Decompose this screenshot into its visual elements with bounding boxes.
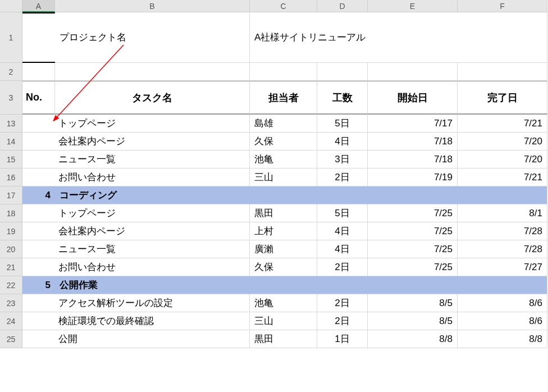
cell-end[interactable]: 7/21 — [458, 168, 547, 186]
cell-assignee[interactable]: 三山 — [250, 312, 317, 330]
cell-start[interactable]: 8/5 — [368, 294, 458, 312]
cell-A1[interactable] — [22, 12, 55, 63]
cell-effort[interactable]: 2日 — [317, 312, 368, 330]
cell-start[interactable]: 7/17 — [368, 115, 458, 133]
cell-start[interactable]: 7/25 — [368, 204, 458, 222]
cell-end[interactable]: 8/1 — [458, 204, 547, 222]
cell-start[interactable]: 7/25 — [368, 222, 458, 240]
cell-end[interactable]: 8/6 — [458, 312, 547, 330]
col-header-B[interactable]: B — [55, 0, 250, 12]
cell-task[interactable]: 公開 — [55, 330, 250, 348]
cell-assignee[interactable]: 池亀 — [250, 151, 317, 168]
cell-no[interactable] — [22, 312, 55, 330]
cell-effort[interactable]: 2日 — [317, 258, 368, 276]
cell-assignee[interactable]: 黒田 — [250, 330, 317, 348]
cell-no[interactable] — [22, 258, 55, 276]
section-no: 5 — [22, 276, 55, 294]
cell-task[interactable]: お問い合わせ — [55, 258, 250, 276]
row-header[interactable]: 15 — [0, 151, 22, 168]
cell-effort[interactable]: 3日 — [317, 151, 368, 168]
cell-task[interactable]: トップページ — [55, 115, 250, 133]
header-assignee: 担当者 — [250, 81, 317, 115]
cell-effort[interactable]: 1日 — [317, 330, 368, 348]
cell-assignee[interactable]: 上村 — [250, 222, 317, 240]
cell-start[interactable]: 7/18 — [368, 151, 458, 168]
row-header[interactable]: 25 — [0, 330, 22, 348]
cell-end[interactable]: 7/28 — [458, 240, 547, 258]
cell-assignee[interactable]: 久保 — [250, 258, 317, 276]
cell-end[interactable]: 7/28 — [458, 222, 547, 240]
cell-task[interactable]: ニュース一覧 — [55, 151, 250, 168]
row-header[interactable]: 2 — [0, 63, 22, 81]
cell-start[interactable]: 7/25 — [368, 240, 458, 258]
project-label: プロジェクト名 — [55, 12, 250, 63]
cell-effort[interactable]: 4日 — [317, 133, 368, 151]
cell-no[interactable] — [22, 115, 55, 133]
cell-effort[interactable]: 4日 — [317, 240, 368, 258]
cell-assignee[interactable]: 久保 — [250, 133, 317, 151]
cell-assignee[interactable]: 三山 — [250, 168, 317, 186]
row-header[interactable]: 24 — [0, 312, 22, 330]
row-header[interactable]: 22 — [0, 276, 22, 294]
row-header[interactable]: 17 — [0, 186, 22, 204]
col-header-A[interactable]: A — [22, 0, 55, 12]
cell-start[interactable]: 8/8 — [368, 330, 458, 348]
cell-task[interactable]: ニュース一覧 — [55, 240, 250, 258]
cell-end[interactable]: 8/6 — [458, 294, 547, 312]
cell-no[interactable] — [22, 151, 55, 168]
row-header[interactable]: 21 — [0, 258, 22, 276]
cell-gap[interactable] — [368, 63, 458, 81]
cell-task[interactable]: アクセス解析ツールの設定 — [55, 294, 250, 312]
cell-start[interactable]: 7/18 — [368, 133, 458, 151]
cell-task[interactable]: トップページ — [55, 204, 250, 222]
cell-no[interactable] — [22, 168, 55, 186]
cell-end[interactable]: 7/20 — [458, 151, 547, 168]
cell-no[interactable] — [22, 240, 55, 258]
cell-end[interactable]: 8/8 — [458, 330, 547, 348]
cell-start[interactable]: 8/5 — [368, 312, 458, 330]
cell-task[interactable]: 検証環境での最終確認 — [55, 312, 250, 330]
cell-task[interactable]: 会社案内ページ — [55, 133, 250, 151]
row-header[interactable]: 16 — [0, 168, 22, 186]
row-header[interactable]: 1 — [0, 12, 22, 63]
cell-assignee[interactable]: 廣瀨 — [250, 240, 317, 258]
row-header[interactable]: 20 — [0, 240, 22, 258]
cell-end[interactable]: 7/21 — [458, 115, 547, 133]
row-header[interactable]: 14 — [0, 133, 22, 151]
cell-end[interactable]: 7/20 — [458, 133, 547, 151]
row-header[interactable]: 13 — [0, 115, 22, 133]
cell-end[interactable]: 7/27 — [458, 258, 547, 276]
col-header-C[interactable]: C — [250, 0, 317, 12]
cell-assignee[interactable]: 池亀 — [250, 294, 317, 312]
spreadsheet-grid[interactable]: ABCDEF1プロジェクト名A社様サイトリニューアル23No.タスク名担当者工数… — [0, 0, 548, 348]
cell-gap[interactable] — [317, 63, 368, 81]
cell-assignee[interactable]: 島雄 — [250, 115, 317, 133]
row-header[interactable]: 19 — [0, 222, 22, 240]
col-header-E[interactable]: E — [368, 0, 458, 12]
cell-assignee[interactable]: 黒田 — [250, 204, 317, 222]
cell-no[interactable] — [22, 330, 55, 348]
cell-gap[interactable] — [55, 63, 250, 81]
select-all-corner[interactable] — [0, 0, 22, 12]
cell-effort[interactable]: 5日 — [317, 115, 368, 133]
row-header[interactable]: 18 — [0, 204, 22, 222]
cell-no[interactable] — [22, 133, 55, 151]
cell-effort[interactable]: 2日 — [317, 168, 368, 186]
cell-task[interactable]: 会社案内ページ — [55, 222, 250, 240]
cell-no[interactable] — [22, 222, 55, 240]
cell-gap[interactable] — [458, 63, 547, 81]
cell-no[interactable] — [22, 204, 55, 222]
cell-gap[interactable] — [22, 63, 55, 81]
cell-no[interactable] — [22, 294, 55, 312]
col-header-F[interactable]: F — [458, 0, 547, 12]
cell-effort[interactable]: 4日 — [317, 222, 368, 240]
cell-gap[interactable] — [250, 63, 317, 81]
cell-task[interactable]: お問い合わせ — [55, 168, 250, 186]
cell-effort[interactable]: 2日 — [317, 294, 368, 312]
row-header[interactable]: 3 — [0, 81, 22, 115]
cell-start[interactable]: 7/19 — [368, 168, 458, 186]
cell-start[interactable]: 7/25 — [368, 258, 458, 276]
cell-effort[interactable]: 5日 — [317, 204, 368, 222]
row-header[interactable]: 23 — [0, 294, 22, 312]
col-header-D[interactable]: D — [317, 0, 368, 12]
